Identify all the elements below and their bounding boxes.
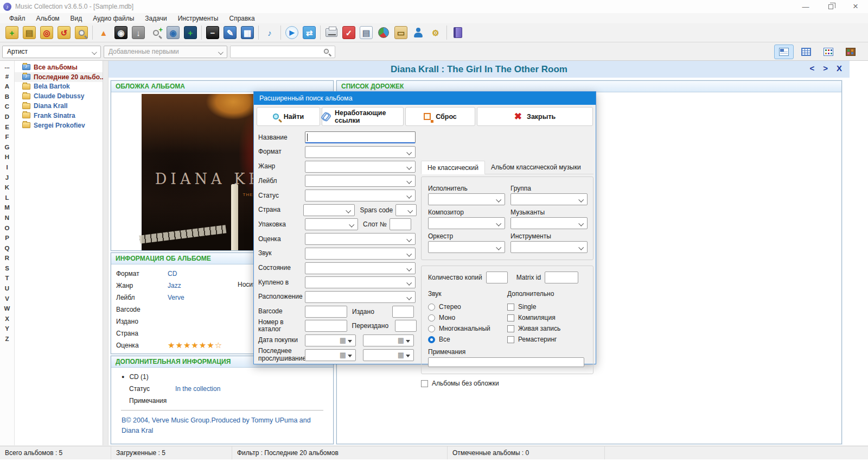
last-played-from-picker[interactable] (305, 349, 356, 361)
alphabet-letter[interactable]: G (5, 144, 10, 154)
alphabet-letter[interactable]: P (5, 235, 9, 245)
view-details-button[interactable] (774, 45, 794, 59)
notes-input[interactable] (428, 357, 584, 367)
tasks-button[interactable]: ✓ (340, 24, 358, 41)
menu-item[interactable]: Справка (224, 14, 259, 23)
alphabet-letter[interactable]: E (5, 124, 9, 134)
tree-item-bela-bartok[interactable]: Bela Bartok (15, 82, 103, 92)
repair-database-button[interactable]: ◎ (38, 24, 55, 41)
menu-item[interactable]: Файл (4, 14, 30, 23)
alphabet-letter[interactable]: R (5, 255, 9, 265)
label-select[interactable] (305, 175, 416, 187)
cover-search-button[interactable]: ◉ (164, 24, 182, 41)
released-input[interactable] (392, 306, 414, 318)
alphabet-letter[interactable]: Z (5, 336, 9, 346)
spars-code-select[interactable] (395, 204, 417, 216)
alphabet-letter[interactable]: B (5, 93, 9, 104)
search-input[interactable] (230, 46, 335, 58)
tree-splitter[interactable] (103, 61, 108, 445)
find-button[interactable]: Найти (257, 107, 320, 126)
format-select[interactable] (305, 146, 416, 158)
remove-disc-button[interactable]: − (204, 24, 221, 41)
tree-item-claude-debussy[interactable]: Claude Debussy (15, 91, 103, 101)
alphabet-letter[interactable]: A (5, 83, 9, 93)
alphabet-letter[interactable]: K (5, 184, 9, 194)
broken-links-button[interactable]: Неработающие ссылки (322, 107, 404, 126)
checkbox-remaster[interactable]: Ремастеринг (507, 334, 586, 345)
close-button[interactable]: × (843, 0, 868, 13)
purchased-at-select[interactable] (305, 276, 416, 288)
condition-select[interactable] (305, 262, 416, 274)
orchestra-select[interactable] (428, 241, 505, 253)
add-album-button[interactable]: + (3, 24, 21, 41)
status-select[interactable] (305, 190, 416, 201)
alphabet-letter[interactable]: V (5, 295, 9, 306)
close-detail-button[interactable]: X (837, 64, 842, 73)
alphabet-letter[interactable]: O (5, 225, 10, 235)
title-input[interactable] (305, 131, 416, 143)
artists-button[interactable] (410, 24, 427, 41)
menu-item[interactable]: Альбом (31, 14, 65, 23)
checkbox-single[interactable]: Single (507, 301, 586, 312)
packaging-select[interactable] (305, 218, 358, 230)
dialog-title-bar[interactable]: Расширенный поиск альбома (254, 92, 596, 105)
statistics-button[interactable] (375, 24, 392, 41)
view-table-button[interactable] (796, 45, 816, 59)
restore-button[interactable] (818, 0, 843, 13)
alphabet-letter[interactable]: # (5, 73, 9, 84)
search-add-button[interactable] (147, 24, 164, 41)
tree-item-diana-krall[interactable]: Diana Krall (15, 101, 103, 111)
download-info-button[interactable]: ↓ (130, 24, 147, 41)
alphabet-letter[interactable]: U (5, 285, 9, 295)
alphabet-letter[interactable]: F (5, 134, 9, 144)
play-button[interactable]: ▶ (283, 24, 301, 41)
view-thumbnails-button[interactable] (819, 45, 838, 59)
performer-select[interactable] (428, 193, 505, 205)
close-dialog-button[interactable]: ✖Закрыть (477, 107, 593, 126)
genre-select[interactable] (305, 161, 416, 173)
menu-item[interactable]: Аудио файлы (88, 14, 139, 23)
alphabet-letter[interactable]: D (5, 113, 9, 124)
report-button[interactable]: ▤ (358, 24, 375, 41)
purchase-date-to-picker[interactable] (363, 335, 414, 346)
checkbox-live[interactable]: Живая запись (507, 323, 586, 334)
reissued-input[interactable] (395, 320, 417, 332)
slot-input[interactable] (390, 218, 411, 230)
browse-table-button[interactable]: ▦ (239, 24, 256, 41)
radio-stereo[interactable]: Стерео (428, 301, 507, 312)
restore-database-button[interactable]: ↺ (55, 24, 73, 41)
tree-item-sergei-prokofiev[interactable]: Sergei Prokofiev (15, 121, 103, 130)
instruments-select[interactable] (510, 241, 588, 253)
prev-album-button[interactable]: < (809, 64, 814, 73)
alphabet-letter[interactable]: M (4, 204, 10, 214)
menu-item[interactable]: Инструменты (173, 14, 224, 23)
alphabet-letter[interactable]: I (6, 164, 8, 174)
no-cover-checkbox[interactable]: Альбомы без обложки (421, 380, 593, 387)
settings-button[interactable]: ⚙ (427, 24, 444, 41)
tab-non-classical[interactable]: Не классический (421, 161, 485, 174)
loans-button[interactable]: ▭ (392, 24, 410, 41)
group-by-select[interactable]: Артист (2, 46, 101, 58)
copies-input[interactable] (486, 272, 508, 283)
musicians-select[interactable] (510, 217, 588, 229)
radio-multichannel[interactable]: Многоканальный (428, 323, 507, 334)
alphabet-letter[interactable]: Y (5, 325, 9, 336)
tab-classical[interactable]: Альбом классической музыки (485, 161, 587, 174)
barcode-input[interactable] (305, 306, 347, 318)
print-button[interactable] (323, 24, 340, 41)
rating-select[interactable] (305, 233, 416, 245)
alphabet-letter[interactable]: Q (5, 245, 10, 255)
tree-item-all-albums[interactable]: Все альбомы (15, 62, 103, 72)
shuffle-button[interactable]: ⇄ (301, 24, 318, 41)
view-shelf-button[interactable] (841, 45, 860, 59)
alphabet-letter[interactable]: S (5, 265, 9, 275)
search-database-button[interactable] (73, 24, 90, 41)
cd-text-button[interactable]: ◉ (112, 24, 130, 41)
next-album-button[interactable]: > (823, 64, 828, 73)
radio-all[interactable]: Все (428, 334, 507, 345)
composer-select[interactable] (428, 217, 505, 229)
add-disc-button[interactable]: + (182, 24, 199, 41)
matrix-id-input[interactable] (545, 272, 578, 283)
sound-select[interactable] (305, 248, 416, 260)
tree-item-last-20-albums[interactable]: Последние 20 альбо... (15, 72, 103, 82)
